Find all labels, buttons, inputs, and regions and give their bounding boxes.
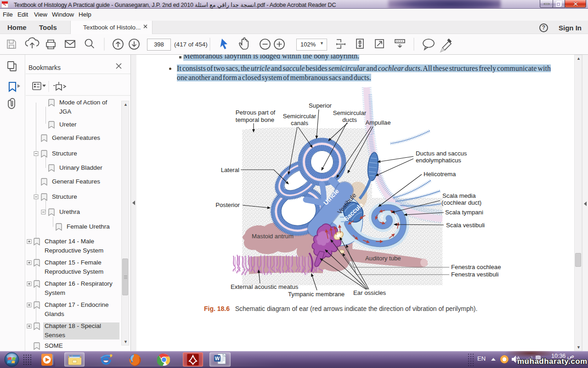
svg-text:Semicircular: Semicircular: [333, 109, 367, 116]
svg-text:Lateral: Lateral: [221, 167, 239, 173]
svg-text:(cochlear duct): (cochlear duct): [441, 199, 481, 206]
svg-text:Semicircular: Semicircular: [283, 113, 317, 120]
svg-text:Scala tympani: Scala tympani: [445, 209, 483, 216]
svg-text:Auditory tube: Auditory tube: [365, 255, 401, 262]
svg-text:Scala media: Scala media: [442, 192, 476, 199]
svg-text:Superior: Superior: [309, 102, 332, 109]
svg-text:ducts: ducts: [342, 116, 357, 123]
svg-text:Ampullae: Ampullae: [366, 119, 391, 126]
svg-text:Mastoid antrum: Mastoid antrum: [252, 233, 294, 240]
svg-text:canals: canals: [291, 120, 309, 126]
svg-text:W: W: [215, 356, 220, 361]
svg-text:Fenestra vestibuli: Fenestra vestibuli: [451, 271, 498, 278]
svg-text:Fenestra cochleae: Fenestra cochleae: [451, 264, 501, 270]
svg-text:Scala vestibuli: Scala vestibuli: [446, 222, 485, 229]
svg-text:endolymphaticus: endolymphaticus: [416, 157, 461, 164]
svg-text:Posterior: Posterior: [215, 201, 240, 208]
svg-text:Helicotrema: Helicotrema: [424, 171, 456, 178]
svg-text:Ear ossicles: Ear ossicles: [353, 289, 386, 296]
svg-text:Ductus and saccus: Ductus and saccus: [416, 150, 467, 157]
svg-text:Petrous part of: Petrous part of: [236, 109, 276, 116]
svg-text:Tympanic membrane: Tympanic membrane: [288, 291, 345, 298]
svg-text:temporal bone: temporal bone: [236, 116, 274, 123]
svg-text:External acoustic meatus: External acoustic meatus: [231, 283, 299, 290]
